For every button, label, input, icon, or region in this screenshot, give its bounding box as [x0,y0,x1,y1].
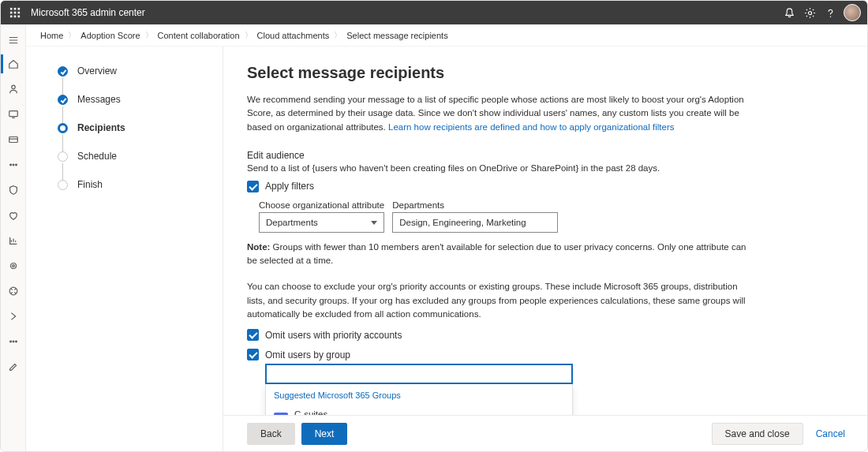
svg-point-11 [11,85,14,88]
exclude-paragraph: You can choose to exclude your org's pri… [247,280,752,321]
wizard-step-finish[interactable]: Finish [58,179,207,190]
omit-by-group-checkbox[interactable] [247,349,259,360]
svg-point-17 [10,263,16,269]
svg-point-20 [9,341,11,342]
page-title: Select message recipients [247,64,836,82]
nav-edit-icon[interactable] [1,354,25,379]
chevron-right-icon: 〉 [245,30,253,41]
svg-rect-7 [14,16,17,18]
cancel-button[interactable]: Cancel [813,428,848,439]
edit-audience-heading: Edit audience [247,150,836,161]
svg-point-15 [13,164,14,166]
apply-filters-checkbox[interactable] [247,181,259,192]
omit-priority-checkbox[interactable] [247,329,259,341]
circle-check-icon [58,95,68,105]
svg-point-22 [15,341,17,342]
group-search-input[interactable] [265,364,573,384]
svg-rect-4 [14,12,17,14]
nav-rail [1,24,26,451]
note-text: Note: Groups with fewer than 10 members … [247,241,752,268]
nav-ellipsis-icon[interactable] [1,152,25,177]
product-title: Microsoft 365 admin center [31,7,779,18]
chevron-right-icon: 〉 [68,30,76,41]
svg-point-19 [9,287,17,295]
wizard-step-label: Messages [77,94,121,105]
svg-point-21 [13,341,14,342]
svg-rect-12 [9,111,17,117]
org-attr-select[interactable]: Departments [259,212,384,233]
nav-security-icon[interactable] [1,177,25,203]
circle-check-icon [58,66,68,77]
send-to-text: Send to a list of {users who haven't bee… [247,163,836,173]
avatar[interactable] [844,4,861,21]
learn-more-link[interactable]: Learn how recipients are defined and how… [388,122,674,132]
wizard-step-label: Finish [77,179,103,190]
nav-setup-icon[interactable] [1,304,25,329]
breadcrumb-item[interactable]: Content collaboration [158,31,240,40]
org-attr-label: Choose organizational attribute [259,200,384,210]
wizard-step-overview[interactable]: Overview [58,65,207,94]
omit-priority-label: Omit users with priority accounts [265,330,402,341]
nav-settings-icon[interactable] [1,253,25,278]
svg-rect-5 [18,12,21,14]
svg-rect-8 [18,16,21,18]
chevron-right-icon: 〉 [145,30,153,41]
group-suggestions-panel: Suggested Microsoft 365 Groups CS C-suit… [265,384,573,415]
app-launcher-icon[interactable] [7,5,23,21]
notifications-icon[interactable] [779,1,799,24]
breadcrumb: Home 〉 Adoption Score 〉 Content collabor… [26,24,867,47]
dept-input[interactable]: Design, Engineering, Marketing [392,212,558,233]
breadcrumb-item[interactable]: Home [40,31,63,40]
wizard-step-messages[interactable]: Messages [58,94,207,122]
suggestions-heading: Suggested Microsoft 365 Groups [266,384,572,405]
dept-label: Departments [392,200,558,210]
wizard-step-label: Recipients [77,122,125,133]
circle-current-icon [58,123,68,133]
group-suggestion-item[interactable]: CS C-suites c-suites@contoso.com [266,405,572,415]
chevron-right-icon: 〉 [334,30,342,41]
nav-users-icon[interactable] [1,77,25,102]
save-close-button[interactable]: Save and close [712,423,803,445]
settings-icon[interactable] [799,1,820,24]
svg-rect-6 [10,16,13,18]
circle-empty-icon [58,180,68,190]
svg-point-14 [9,164,11,166]
svg-rect-2 [18,8,21,10]
nav-billing-icon[interactable] [1,127,25,152]
nav-health-icon[interactable] [1,203,25,228]
nav-more-icon[interactable] [1,329,25,354]
breadcrumb-item[interactable]: Adoption Score [80,31,140,40]
next-button[interactable]: Next [301,423,348,445]
wizard-footer: Back Next Save and close Cancel [223,415,867,451]
global-header: Microsoft 365 admin center [1,1,867,24]
svg-rect-3 [10,12,13,14]
breadcrumb-item[interactable]: Cloud attachments [257,31,330,40]
svg-point-16 [15,164,17,166]
svg-rect-1 [14,8,17,10]
wizard-nav: Overview Messages Recipients Schedule Fi… [26,47,223,451]
nav-home-icon[interactable] [1,51,25,77]
wizard-step-recipients[interactable]: Recipients [58,122,207,151]
apply-filters-label: Apply filters [265,181,314,192]
omit-by-group-label: Omit users by group [265,349,350,360]
svg-point-10 [829,16,831,17]
svg-rect-0 [10,8,13,10]
wizard-step-label: Overview [77,65,117,77]
hamburger-icon[interactable] [1,29,25,51]
wizard-step-label: Schedule [77,151,117,162]
breadcrumb-item[interactable]: Select message recipients [346,31,447,40]
intro-paragraph: We recommend sending your message to a l… [247,93,752,134]
help-icon[interactable] [820,1,840,24]
back-button[interactable]: Back [247,423,295,445]
group-name: C-suites [294,409,374,415]
svg-point-18 [12,265,14,267]
svg-point-9 [808,11,811,14]
nav-reports-icon[interactable] [1,228,25,253]
svg-rect-13 [9,137,17,143]
wizard-step-schedule[interactable]: Schedule [58,151,207,179]
nav-devices-icon[interactable] [1,102,25,127]
nav-support-icon[interactable] [1,278,25,304]
circle-empty-icon [58,151,68,162]
